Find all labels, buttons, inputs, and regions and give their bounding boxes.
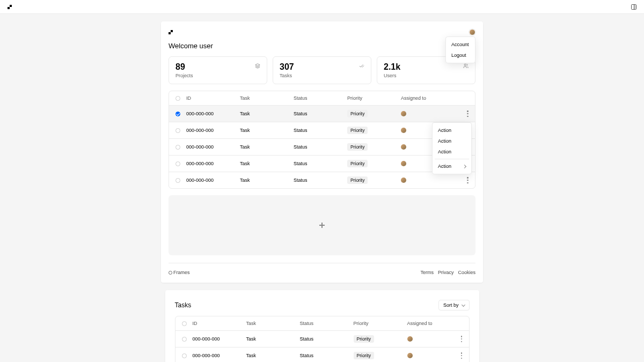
priority-badge: Priority [347, 110, 368, 117]
terms-link[interactable]: Terms [420, 270, 434, 275]
stat-tasks: 307 Tasks [273, 56, 371, 84]
row-checkbox[interactable] [175, 112, 180, 116]
svg-point-1 [464, 64, 466, 65]
privacy-link[interactable]: Privacy [438, 270, 454, 275]
priority-badge: Priority [347, 160, 368, 167]
logout-menu-item[interactable]: Logout [446, 50, 475, 61]
priority-badge: Priority [354, 335, 374, 343]
priority-badge: Priority [347, 143, 368, 151]
table-row[interactable]: 000-000-000 Task Status Priority [169, 139, 475, 156]
table-row[interactable]: 000-000-000 Task Status Priority Action … [169, 106, 475, 122]
col-status: Status [300, 321, 354, 326]
user-menu-dropdown: Account Logout [445, 36, 475, 63]
cell-status: Status [294, 178, 347, 183]
cookies-link[interactable]: Cookies [458, 270, 475, 275]
empty-add-area[interactable] [169, 195, 475, 255]
cell-id: 000-000-000 [186, 161, 240, 166]
stat-projects: 89 Projects [169, 56, 267, 84]
page-container: Account Logout Welcome user 89 Projects … [0, 14, 644, 362]
cell-task: Task [240, 111, 294, 116]
sort-by-label: Sort by [443, 302, 459, 308]
check-check-icon [359, 63, 364, 69]
account-menu-item[interactable]: Account [446, 39, 475, 50]
cell-status: Status [300, 353, 354, 358]
row-actions-button[interactable] [467, 177, 469, 183]
stat-value: 2.1k [384, 62, 469, 72]
stat-label: Projects [175, 73, 260, 78]
dashboard-card: Account Logout Welcome user 89 Projects … [161, 21, 483, 283]
priority-badge: Priority [347, 176, 368, 184]
top-bar [0, 0, 644, 14]
assignee-avatar [401, 128, 406, 133]
stat-value: 307 [280, 62, 364, 72]
col-task: Task [240, 95, 294, 101]
row-actions-button[interactable] [461, 336, 463, 342]
row-checkbox[interactable] [175, 161, 180, 166]
logo [8, 5, 12, 9]
row-checkbox[interactable] [182, 337, 187, 342]
action-label: Action [438, 164, 451, 169]
footer-links: Terms Privacy Cookies [420, 270, 475, 275]
table-row[interactable]: 000-000-000 Task Status Priority [175, 331, 469, 348]
assignee-avatar [401, 178, 406, 183]
assignee-avatar [401, 111, 406, 116]
stat-label: Users [384, 73, 469, 78]
row-checkbox[interactable] [175, 178, 180, 183]
assignee-avatar [407, 336, 413, 342]
sort-by-button[interactable]: Sort by [438, 300, 470, 311]
cell-id: 000-000-000 [193, 353, 246, 358]
cell-task: Task [240, 161, 294, 166]
col-status: Status [294, 95, 347, 101]
user-avatar[interactable] [469, 29, 475, 35]
card-footer: Frames Terms Privacy Cookies [169, 263, 475, 275]
svg-marker-0 [255, 64, 260, 66]
col-task: Task [246, 321, 300, 326]
menu-separator [435, 159, 469, 159]
cell-status: Status [294, 161, 347, 166]
row-actions-menu: Action Action Action Action [432, 122, 472, 174]
cell-id: 000-000-000 [186, 111, 240, 116]
cell-id: 000-000-000 [186, 144, 240, 150]
chevron-right-icon [463, 164, 466, 168]
welcome-heading: Welcome user [169, 42, 475, 50]
select-all-checkbox[interactable] [175, 96, 180, 101]
table-row[interactable]: 000-000-000 Task Status Priority [169, 156, 475, 172]
cell-task: Task [246, 336, 300, 342]
row-checkbox[interactable] [175, 128, 180, 133]
row-actions-button[interactable] [461, 352, 463, 359]
assignee-avatar [407, 353, 413, 358]
col-id: ID [193, 321, 246, 326]
assignee-avatar [401, 161, 406, 166]
action-item[interactable]: Action [433, 146, 471, 157]
cell-status: Status [294, 128, 347, 133]
action-item[interactable]: Action [433, 136, 471, 146]
col-priority: Priority [347, 95, 401, 101]
tasks-card: Tasks Sort by ID Task Status Priority As… [165, 290, 479, 362]
priority-badge: Priority [354, 352, 374, 359]
card-header: Account Logout [169, 29, 475, 35]
cell-task: Task [246, 353, 300, 358]
row-checkbox[interactable] [175, 145, 180, 150]
cell-task: Task [240, 128, 294, 133]
row-actions-button[interactable] [467, 110, 469, 117]
action-submenu-item[interactable]: Action [433, 161, 471, 172]
action-item[interactable]: Action [433, 125, 471, 136]
stat-value: 89 [175, 62, 260, 72]
select-all-checkbox[interactable] [182, 321, 187, 326]
col-assigned: Assigned to [407, 321, 452, 326]
cell-status: Status [300, 336, 354, 342]
panel-toggle-icon[interactable] [631, 4, 636, 10]
cell-id: 000-000-000 [193, 336, 246, 342]
table-row[interactable]: 000-000-000 Task Status Priority [169, 122, 475, 139]
table-header: ID Task Status Priority Assigned to [169, 91, 475, 106]
tasks-table: ID Task Status Priority Assigned to 000-… [169, 91, 475, 189]
tasks-table-2: ID Task Status Priority Assigned to 000-… [175, 316, 470, 362]
copyright-icon [169, 271, 172, 275]
table-row[interactable]: 000-000-000 Task Status Priority [175, 348, 469, 362]
table-row[interactable]: 000-000-000 Task Status Priority [169, 172, 475, 188]
col-assigned: Assigned to [401, 95, 458, 101]
row-checkbox[interactable] [182, 353, 187, 358]
col-priority: Priority [354, 321, 407, 326]
cell-id: 000-000-000 [186, 128, 240, 133]
copyright: Frames [169, 270, 190, 275]
